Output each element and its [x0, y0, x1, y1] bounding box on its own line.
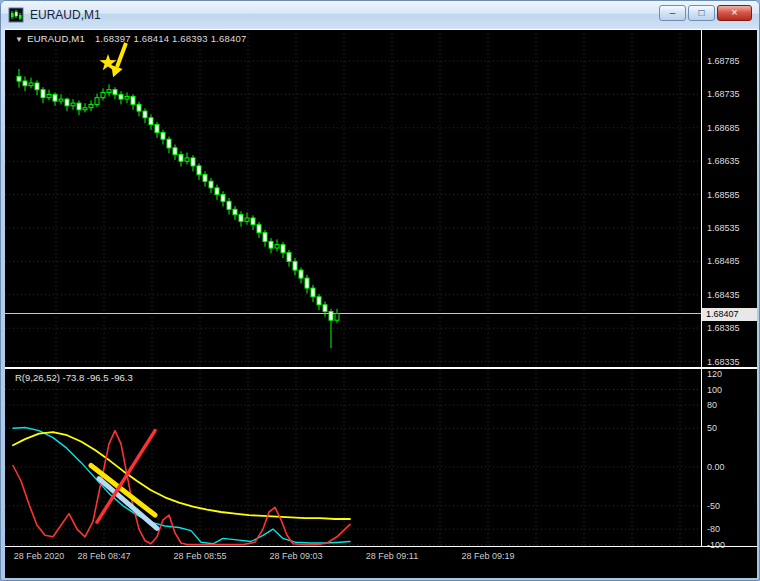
price-tick-label: 1.68735 — [707, 89, 740, 99]
restore-button[interactable]: □ — [688, 5, 715, 21]
candle-body — [287, 253, 291, 262]
candle-body — [65, 99, 69, 106]
indicator-tick-label: -80 — [707, 524, 720, 534]
price-tick-label: 1.68485 — [707, 256, 740, 266]
time-axis[interactable]: 28 Feb 202028 Feb 08:4728 Feb 08:5528 Fe… — [5, 547, 757, 578]
indicator-axis[interactable]: 12010080500.00-50-80-100 — [702, 369, 757, 546]
indicator-cyan-line — [13, 428, 350, 544]
candle-body — [47, 94, 51, 97]
candle-body — [245, 218, 249, 221]
indicator-tick-label: 120 — [707, 369, 722, 379]
symbol-name: EURAUD,M1 — [27, 33, 85, 44]
candle-body — [143, 111, 147, 118]
candle-body — [101, 92, 105, 97]
candle-body — [23, 81, 27, 86]
candle-body — [281, 245, 285, 253]
time-tick-label: 28 Feb 09:03 — [269, 551, 322, 561]
time-tick-label: 28 Feb 09:11 — [366, 551, 418, 561]
candle-body — [329, 312, 333, 321]
candle-body — [251, 218, 255, 225]
indicator-pane[interactable] — [5, 369, 757, 546]
indicator-tick-label: -50 — [707, 501, 720, 511]
window-controls: – □ × — [659, 5, 752, 21]
candle-body — [197, 166, 201, 175]
candle-body — [113, 90, 117, 95]
candle-body — [233, 209, 237, 214]
price-tick-label: 1.68385 — [707, 323, 740, 333]
time-tick-label: 28 Feb 2020 — [14, 551, 65, 561]
indicator-tick-label: 80 — [707, 400, 717, 410]
pane-splitter[interactable] — [5, 367, 757, 369]
candle-body — [167, 139, 171, 148]
price-tick-label: 1.68685 — [707, 123, 740, 133]
candle-body — [83, 108, 87, 110]
symbol-ohlc-label: ▼EURAUD,M11.68397 1.68414 1.68393 1.6840… — [15, 33, 246, 44]
quote-collapse-icon[interactable]: ▼ — [15, 35, 23, 44]
candle-body — [149, 118, 153, 125]
candle-body — [71, 103, 75, 106]
current-price-tag: 1.68407 — [702, 308, 757, 321]
candle-body — [191, 158, 195, 166]
candle-body — [185, 158, 189, 161]
candle-body — [293, 261, 297, 270]
candle-body — [299, 270, 303, 278]
price-tick-label: 1.68785 — [707, 56, 740, 66]
indicator-tick-label: 100 — [707, 385, 722, 395]
window-title: EURAUD,M1 — [30, 8, 101, 22]
candle-body — [215, 188, 219, 195]
candle-body — [53, 94, 57, 101]
chart-window-icon — [8, 7, 24, 23]
candle-body — [107, 90, 111, 93]
candle-body — [29, 83, 33, 86]
candle-body — [179, 155, 183, 162]
candle-body — [269, 241, 273, 248]
candle-body — [161, 133, 165, 140]
candle-body — [263, 233, 267, 242]
price-tick-label: 1.68635 — [707, 156, 740, 166]
candle-body — [209, 181, 213, 188]
candle-body — [317, 297, 321, 305]
indicator-label: R(9,26,52) -73.8 -96.5 -96.3 — [15, 372, 133, 383]
indicator-tick-label: 0.00 — [707, 462, 725, 472]
indicator-tick-label: 50 — [707, 423, 717, 433]
time-tick-label: 28 Feb 09:19 — [461, 551, 514, 561]
candle-body — [275, 245, 279, 248]
candle-body — [239, 215, 243, 222]
main-price-pane[interactable] — [5, 29, 757, 367]
price-tick-label: 1.68435 — [707, 290, 740, 300]
candle-body — [125, 96, 129, 99]
chart-window: EURAUD,M1 – □ × ▼EURAUD,M11.68397 1.6841… — [0, 0, 760, 581]
candle-body — [335, 314, 339, 321]
candle-body — [173, 148, 177, 155]
ohlc-values: 1.68397 1.68414 1.68393 1.68407 — [95, 33, 246, 44]
candle-body — [203, 175, 207, 182]
time-tick-label: 28 Feb 08:47 — [77, 551, 130, 561]
price-tick-label: 1.68535 — [707, 223, 740, 233]
candle-body — [221, 195, 225, 202]
chart-top-border — [5, 29, 757, 30]
candle-body — [131, 96, 135, 104]
candle-body — [95, 98, 99, 105]
candle-body — [227, 201, 231, 209]
candle-body — [311, 288, 315, 297]
time-tick-label: 28 Feb 08:55 — [173, 551, 226, 561]
price-tick-label: 1.68335 — [707, 357, 740, 367]
candle-body — [137, 104, 141, 111]
candle-body — [59, 99, 63, 101]
chart-client-area[interactable]: ▼EURAUD,M11.68397 1.68414 1.68393 1.6840… — [5, 29, 757, 578]
candle-body — [41, 90, 45, 98]
candle-body — [89, 104, 93, 107]
title-bar[interactable]: EURAUD,M1 – □ × — [1, 1, 759, 28]
candle-body — [323, 305, 327, 312]
candle-body — [35, 83, 39, 90]
arrow-annotation-shaft[interactable] — [117, 43, 126, 67]
close-button[interactable]: × — [717, 5, 752, 21]
candle-body — [257, 225, 261, 233]
candle-body — [305, 278, 309, 288]
candle-body — [155, 125, 159, 133]
minimize-button[interactable]: – — [659, 5, 686, 21]
price-tick-label: 1.68585 — [707, 190, 740, 200]
candle-body — [17, 76, 21, 81]
yellow-trendline[interactable] — [91, 466, 155, 516]
candle-body — [119, 94, 123, 99]
